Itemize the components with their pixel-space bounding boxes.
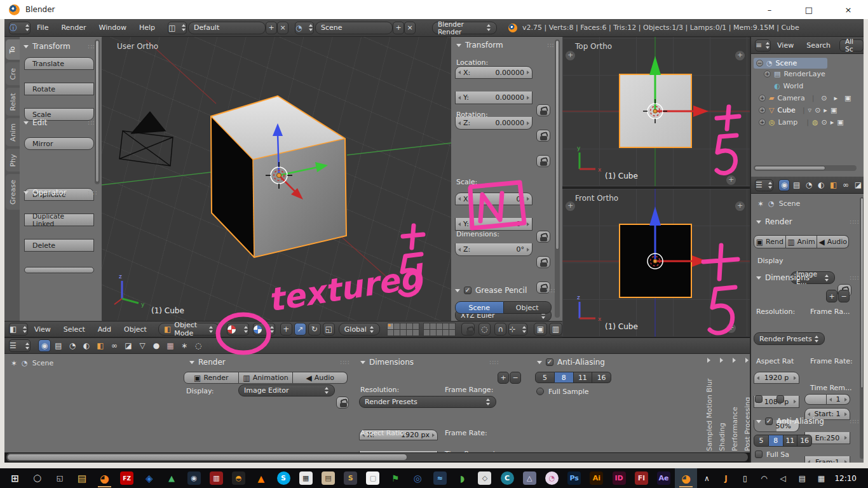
border-checkbox[interactable] xyxy=(755,395,763,403)
editor-type-properties[interactable]: ☰ xyxy=(9,339,31,352)
outliner-item-scene[interactable]: ◔ Scene xyxy=(754,58,827,69)
taskbar-start[interactable]: ⊞ xyxy=(4,468,26,488)
render-still-button[interactable]: ▣ xyxy=(534,323,547,336)
proportional-edit-dropdown[interactable]: ◌ xyxy=(478,323,491,336)
tab-create[interactable]: Cre xyxy=(6,62,20,85)
snap-element-dropdown[interactable]: ⊹ xyxy=(508,323,527,336)
rotation-x-field[interactable]: X:0° xyxy=(455,193,532,205)
expand-panel-icon[interactable] xyxy=(726,175,736,185)
expand-panel-icon[interactable] xyxy=(566,51,575,60)
menu-render[interactable]: Render xyxy=(55,24,92,32)
taskbar-penguin-app[interactable]: ◓ xyxy=(227,468,250,488)
tab-texture[interactable]: ▦ xyxy=(164,339,177,352)
menu-select[interactable]: Select xyxy=(57,325,92,334)
outliner-menu-search[interactable]: Search xyxy=(800,41,837,50)
render-still-button[interactable]: ▣Render xyxy=(184,372,239,384)
manipulator-translate-toggle[interactable]: ↗ xyxy=(294,323,306,336)
mirror-button[interactable]: Mirror xyxy=(24,137,94,150)
transform-orientation-dropdown[interactable]: Global xyxy=(339,323,380,336)
aa-samples-11[interactable]: 11 xyxy=(783,435,798,447)
tab-object[interactable]: ◧ xyxy=(94,339,107,352)
transform-panel-header[interactable]: Transform xyxy=(456,41,557,50)
remove-preset-button[interactable]: − xyxy=(838,290,850,302)
screen-layout-icon-dropdown[interactable]: ◫ xyxy=(168,22,187,34)
taskbar-shield-app[interactable]: ◇ xyxy=(473,468,496,488)
panel-grip[interactable] xyxy=(88,189,97,196)
taskbar-pie-app[interactable]: ◔ xyxy=(541,468,563,488)
edit-panel-header[interactable]: Edit xyxy=(24,118,97,127)
tab-world[interactable]: ◐ xyxy=(80,339,93,352)
taskbar-firefox[interactable]: ◕ xyxy=(93,468,116,488)
add-layout-button[interactable]: + xyxy=(266,22,277,34)
pivot-align-icon[interactable]: + xyxy=(280,323,292,336)
menu-object[interactable]: Object xyxy=(118,325,153,334)
screen-layout-name[interactable]: Default xyxy=(188,22,266,34)
close-button[interactable]: × xyxy=(829,0,868,19)
selectable-cursor-icon[interactable] xyxy=(831,119,834,126)
resolution-x-field[interactable]: 1920 p xyxy=(754,372,799,384)
collapsed-panel-performance[interactable]: Performance xyxy=(729,356,742,452)
panel-grip[interactable] xyxy=(850,274,859,281)
taskbar-photoshop[interactable]: Ps xyxy=(563,468,585,488)
lock-icon[interactable] xyxy=(536,256,550,268)
mode-dropdown[interactable]: ◧ Object Mode xyxy=(158,323,219,336)
render-panel-header[interactable]: Render xyxy=(756,217,859,226)
outliner-item-camera[interactable]: ▰ Camera | xyxy=(759,94,860,102)
delete-layout-button[interactable]: × xyxy=(277,22,288,34)
taskbar-spiral-app[interactable]: ◎ xyxy=(407,468,429,488)
tab-constraints[interactable]: ∞ xyxy=(840,179,851,191)
viewport-3d[interactable]: z y User Ortho (1) Cube xyxy=(102,37,451,321)
render-presets-dropdown[interactable]: Render Presets xyxy=(754,332,825,345)
expand-icon[interactable] xyxy=(759,119,766,126)
dimensions-panel-header[interactable]: Dimensions xyxy=(756,273,859,282)
lock-icon[interactable] xyxy=(536,104,550,116)
tab-modifiers[interactable]: ◪ xyxy=(853,179,864,191)
taskbar-skype[interactable]: S xyxy=(272,468,294,488)
taskbar-bird-app[interactable]: ◗ xyxy=(451,468,473,488)
expand-panel-icon[interactable] xyxy=(735,201,745,211)
outliner-menu-view[interactable]: View xyxy=(771,41,800,50)
visibility-eye-icon[interactable] xyxy=(821,95,827,102)
tool-shelf-scrollbar[interactable] xyxy=(95,39,100,184)
grease-pencil-checkbox[interactable] xyxy=(464,287,471,294)
taskbar-audio-app[interactable]: ≈ xyxy=(429,468,451,488)
clipped-button[interactable] xyxy=(24,267,94,273)
taskbar-vlc[interactable]: ▲ xyxy=(250,468,272,488)
duplicate-linked-button[interactable]: Duplicate Linked xyxy=(24,214,94,226)
tray-java-icon[interactable]: J xyxy=(716,474,735,483)
aa-samples-8[interactable]: 8 xyxy=(555,372,574,383)
tab-render-layers[interactable]: ▤ xyxy=(791,179,802,191)
taskbar-clock[interactable]: 12:10 xyxy=(831,474,864,483)
lock-icon[interactable] xyxy=(336,396,349,409)
taskbar-search[interactable]: ◯ xyxy=(26,468,48,488)
anti-aliasing-checkbox[interactable] xyxy=(546,358,553,366)
tab-data[interactable]: ▽ xyxy=(136,339,149,352)
editor-type-outliner[interactable]: ≡ xyxy=(755,39,771,51)
expand-icon[interactable] xyxy=(759,95,766,102)
tray-chevron-icon[interactable]: ∧ xyxy=(697,474,716,483)
menu-file[interactable]: File xyxy=(31,24,55,32)
tab-particles[interactable]: ∗ xyxy=(178,339,191,352)
tab-world[interactable]: ◐ xyxy=(816,179,827,191)
tab-scene[interactable]: ◔ xyxy=(66,339,79,352)
layers-grid-1[interactable] xyxy=(388,323,419,336)
aa-samples-5[interactable]: 5 xyxy=(535,372,555,383)
tray-volume-icon[interactable]: ◁ xyxy=(773,474,792,483)
panel-grip[interactable] xyxy=(850,418,859,425)
outliner-item-renderlayers[interactable]: ▤ RenderLaye xyxy=(764,70,825,78)
renderable-camera-icon[interactable] xyxy=(837,119,843,126)
remove-preset-button[interactable]: − xyxy=(510,372,521,384)
render-animation-button[interactable]: ▥Anim xyxy=(786,235,818,248)
translate-button[interactable]: Translate xyxy=(24,57,94,70)
tray-action-center-icon[interactable]: ▤ xyxy=(792,474,811,483)
taskbar-c-app[interactable]: C xyxy=(496,468,518,488)
expand-icon[interactable] xyxy=(764,71,771,78)
outliner-item-cube[interactable]: ▽ Cube | ▿ xyxy=(759,106,860,114)
render-engine-dropdown[interactable]: Blender Render xyxy=(432,22,497,34)
rotation-y-field[interactable]: Y:0° xyxy=(455,218,532,231)
visibility-eye-icon[interactable] xyxy=(822,119,827,126)
renderable-camera-icon[interactable] xyxy=(844,95,851,102)
grease-scene-toggle[interactable]: Scene xyxy=(455,301,504,314)
grease-object-toggle[interactable]: Object xyxy=(504,301,552,314)
tab-material[interactable]: ● xyxy=(150,339,163,352)
